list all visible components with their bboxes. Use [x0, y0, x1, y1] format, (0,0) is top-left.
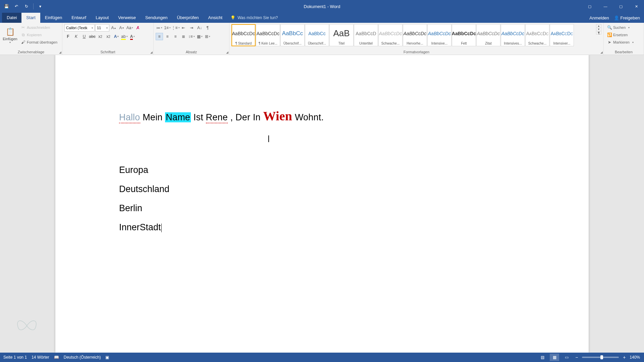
page-indicator[interactable]: Seite 1 von 1: [3, 355, 27, 360]
align-left-button[interactable]: ≡: [156, 33, 163, 40]
style-schwache---[interactable]: AaBbCcDcSchwache...: [525, 24, 549, 46]
word-count[interactable]: 14 Wörter: [32, 355, 49, 360]
page[interactable]: Hallo Mein Name Ist Rene , Der In Wien W…: [55, 55, 589, 353]
justify-button[interactable]: ≣: [180, 33, 187, 40]
ribbon-display-options-button[interactable]: ▢: [583, 0, 596, 13]
bold-button[interactable]: F: [64, 33, 72, 40]
font-launcher[interactable]: ◢: [150, 51, 153, 54]
show-marks-button[interactable]: ¶: [204, 24, 211, 32]
share-button[interactable]: 👤 Freigeben: [614, 15, 640, 20]
tab-references[interactable]: Verweise: [113, 13, 141, 23]
align-right-button[interactable]: ≡: [172, 33, 179, 40]
tab-design[interactable]: Entwurf: [67, 13, 91, 23]
font-color-button[interactable]: A: [129, 33, 136, 40]
font-name-combo[interactable]: Calibri (Textk▾: [64, 24, 95, 32]
word-wien[interactable]: Wien: [263, 109, 292, 123]
list-item[interactable]: Deutschland: [119, 184, 525, 194]
text-effects-button[interactable]: A: [113, 33, 120, 40]
zoom-in-button[interactable]: +: [622, 355, 627, 360]
style-gallery[interactable]: AaBbCcDc¶ StandardAaBbCcDc¶ Kein Lee...A…: [231, 24, 595, 46]
paragraph-1[interactable]: Hallo Mein Name Ist Rene , Der In Wien W…: [119, 109, 525, 123]
close-button[interactable]: ✕: [629, 0, 644, 13]
save-button[interactable]: 💾: [2, 2, 11, 10]
zoom-slider[interactable]: [582, 357, 619, 358]
sign-in-link[interactable]: Anmelden: [589, 15, 609, 20]
zoom-thumb[interactable]: [600, 355, 603, 359]
style-intensives---[interactable]: AaBbCcDcIntensives...: [501, 24, 525, 46]
style-zitat[interactable]: AaBbCcDcZitat: [476, 24, 500, 46]
print-layout-button[interactable]: ▦: [550, 354, 559, 361]
style-intensive---[interactable]: AaBbCcDcIntensive...: [427, 24, 451, 46]
cut-button[interactable]: ✂Ausschneiden: [19, 24, 59, 31]
tell-me-search[interactable]: 💡 Was möchten Sie tun?: [227, 13, 281, 23]
style-hervorhe---[interactable]: AaBbCcDcHervorhe...: [403, 24, 427, 46]
align-center-button[interactable]: ≡: [164, 33, 171, 40]
increase-indent-button[interactable]: ⇥: [188, 24, 195, 32]
superscript-button[interactable]: x2: [105, 33, 112, 40]
style-intensiver---[interactable]: AaBbCcDcIntensiver...: [550, 24, 574, 46]
word-name-highlighted[interactable]: Name: [165, 112, 191, 122]
paste-button[interactable]: 📋 Einfügen ▾: [2, 24, 18, 47]
paragraph-launcher[interactable]: ◢: [226, 51, 228, 54]
maximize-button[interactable]: ▢: [613, 0, 629, 13]
sort-button[interactable]: A↓: [196, 24, 203, 32]
minimize-button[interactable]: —: [598, 0, 613, 13]
copy-button[interactable]: ⧉Kopieren: [19, 32, 59, 38]
undo-button[interactable]: ↶: [12, 2, 21, 10]
gallery-up-button[interactable]: ▲: [596, 24, 601, 28]
style---standard[interactable]: AaBbCcDc¶ Standard: [231, 24, 256, 46]
style-untertitel[interactable]: AaBbCcDUntertitel: [354, 24, 378, 46]
word-comma[interactable]: ,: [230, 112, 233, 122]
word-wohnt[interactable]: Wohnt.: [295, 112, 324, 122]
style-fett[interactable]: AaBbCcDcFett: [452, 24, 476, 46]
line-spacing-button[interactable]: ↕≡: [188, 33, 195, 40]
italic-button[interactable]: K: [72, 33, 80, 40]
underline-button[interactable]: U: [80, 33, 88, 40]
customize-qat-button[interactable]: ▾: [36, 2, 45, 10]
zoom-out-button[interactable]: −: [574, 355, 579, 360]
spellcheck-button[interactable]: 📖: [54, 355, 59, 360]
list-item[interactable]: Europa: [119, 165, 525, 175]
empty-paragraph[interactable]: [119, 123, 525, 141]
style---kein-lee---[interactable]: AaBbCcDc¶ Kein Lee...: [256, 24, 280, 46]
gallery-down-button[interactable]: ▼: [596, 28, 601, 31]
list-item[interactable]: Berlin: [119, 203, 525, 214]
styles-launcher[interactable]: ◢: [600, 51, 603, 54]
tab-review[interactable]: Überprüfen: [172, 13, 204, 23]
redo-button[interactable]: ↻: [22, 2, 31, 10]
style-schwache---[interactable]: AaBbCcDcSchwache...: [378, 24, 402, 46]
document-workspace[interactable]: Hallo Mein Name Ist Rene , Der In Wien W…: [0, 55, 644, 353]
word-in[interactable]: In: [253, 112, 261, 122]
style--berschrif---[interactable]: AaBbCcÜberschrif...: [305, 24, 329, 46]
clear-formatting-button[interactable]: A̸: [134, 24, 142, 32]
tab-layout[interactable]: Layout: [91, 13, 113, 23]
bullets-button[interactable]: ≔: [156, 24, 163, 32]
strikethrough-button[interactable]: abc: [89, 33, 96, 40]
zoom-level[interactable]: 140%: [630, 355, 640, 360]
font-size-combo[interactable]: 11▾: [95, 24, 109, 32]
borders-button[interactable]: ⊞: [204, 33, 211, 40]
tab-insert[interactable]: Einfügen: [40, 13, 67, 23]
word-ist[interactable]: Ist: [194, 112, 203, 122]
web-layout-button[interactable]: ▭: [562, 354, 571, 361]
macro-button[interactable]: ▣: [105, 355, 109, 360]
list-item[interactable]: InnerStadt: [119, 222, 525, 233]
format-painter-button[interactable]: 🖌Format übertragen: [19, 39, 59, 46]
find-button[interactable]: 🔍Suchen▾: [606, 24, 635, 31]
word-hallo[interactable]: Hallo: [119, 112, 140, 123]
subscript-button[interactable]: x2: [97, 33, 104, 40]
change-case-button[interactable]: Aa: [126, 24, 133, 32]
highlight-button[interactable]: ab: [121, 33, 128, 40]
tab-file[interactable]: Datei: [2, 13, 21, 23]
decrease-indent-button[interactable]: ⇤: [180, 24, 187, 32]
replace-button[interactable]: 🔁Ersetzen: [606, 32, 635, 38]
tab-mailings[interactable]: Sendungen: [141, 13, 172, 23]
shrink-font-button[interactable]: A▼: [118, 24, 125, 32]
clipboard-launcher[interactable]: ◢: [59, 51, 61, 54]
gallery-more-button[interactable]: ▼̲: [596, 31, 601, 34]
style--berschrif---[interactable]: AaBbCcÜberschrif...: [280, 24, 305, 46]
read-mode-button[interactable]: ▤: [538, 354, 547, 361]
select-button[interactable]: ➤Markieren▾: [606, 39, 635, 46]
multilevel-list-button[interactable]: ⋮≡: [172, 24, 179, 32]
tab-home[interactable]: Start: [21, 13, 40, 23]
